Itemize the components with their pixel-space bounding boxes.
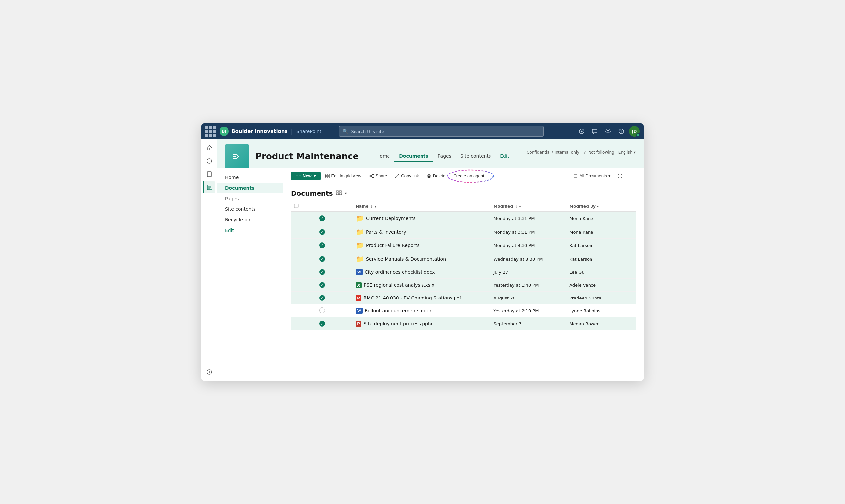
table-row[interactable]: ✓ P Site deployment process.pptx ··· Sep… bbox=[291, 317, 636, 330]
sidebar-page-icon[interactable] bbox=[203, 168, 215, 180]
sidebar-list-icon[interactable] bbox=[203, 181, 215, 193]
follow-button[interactable]: ☆ Not following bbox=[583, 150, 614, 155]
td-check[interactable]: ✓ bbox=[291, 252, 353, 266]
file-name[interactable]: PSE regional cost analysis.xslx bbox=[364, 282, 434, 288]
table-row[interactable]: ✓ 📁 Service Manuals & Documentation ··· … bbox=[291, 252, 636, 266]
row-checkbox-checked[interactable]: ✓ bbox=[319, 256, 325, 262]
td-modified-by: Adele Vance bbox=[567, 279, 636, 292]
user-avatar[interactable]: JD bbox=[629, 126, 640, 137]
table-row[interactable]: ✓ 📁 Current Deployments ··· Monday at 3:… bbox=[291, 212, 636, 225]
row-share-button[interactable] bbox=[435, 320, 442, 327]
td-check[interactable]: ✓ bbox=[291, 266, 353, 279]
table-row[interactable]: W Rollout announcements.docx ··· Yesterd… bbox=[291, 304, 636, 317]
row-share-button[interactable] bbox=[436, 281, 444, 289]
documents-heading: Documents ▾ bbox=[291, 189, 636, 197]
row-checkbox-checked[interactable]: ✓ bbox=[319, 295, 325, 301]
td-check[interactable]: ✓ bbox=[291, 239, 353, 252]
left-nav-edit[interactable]: Edit bbox=[217, 225, 283, 235]
row-more-button[interactable]: ··· bbox=[446, 269, 453, 276]
td-check[interactable]: ✓ bbox=[291, 292, 353, 304]
file-name[interactable]: City ordinances checklist.docx bbox=[365, 269, 435, 275]
row-checkbox-checked[interactable]: ✓ bbox=[319, 321, 325, 326]
td-check[interactable]: ✓ bbox=[291, 317, 353, 330]
sort-icon: ↓ bbox=[370, 204, 373, 209]
nav-home[interactable]: Home bbox=[372, 151, 394, 162]
more-options-button[interactable]: ··· bbox=[489, 172, 499, 180]
table-row[interactable]: ✓ X PSE regional cost analysis.xslx ··· … bbox=[291, 279, 636, 292]
row-more-button[interactable]: ··· bbox=[417, 228, 424, 235]
left-nav-pages[interactable]: Pages bbox=[217, 193, 283, 204]
delete-button[interactable]: Delete bbox=[423, 172, 449, 180]
row-share-button[interactable] bbox=[463, 294, 471, 302]
row-checkbox-checked[interactable]: ✓ bbox=[319, 269, 325, 275]
docs-chevron-icon[interactable]: ▾ bbox=[345, 191, 347, 196]
file-name[interactable]: Site deployment process.pptx bbox=[364, 321, 433, 326]
file-name[interactable]: Service Manuals & Documentation bbox=[366, 256, 446, 262]
row-more-button[interactable]: ··· bbox=[445, 281, 452, 289]
create-agent-button[interactable]: Create an agent bbox=[450, 172, 487, 180]
row-share-button[interactable] bbox=[434, 307, 441, 314]
row-share-button[interactable] bbox=[422, 242, 429, 249]
nav-documents[interactable]: Documents bbox=[394, 151, 433, 162]
all-documents-button[interactable]: All Documents ▾ bbox=[571, 172, 613, 180]
file-name[interactable]: Current Deployments bbox=[366, 216, 416, 221]
svg-rect-21 bbox=[336, 193, 339, 195]
settings-icon-btn[interactable] bbox=[603, 126, 613, 137]
table-row[interactable]: ✓ P RMC 21.40.030 - EV Charging Stations… bbox=[291, 292, 636, 304]
sidebar-globe-icon[interactable] bbox=[203, 155, 215, 167]
row-more-button[interactable]: ··· bbox=[457, 255, 463, 263]
view-toggle-icon[interactable] bbox=[336, 189, 342, 197]
row-checkbox-checked[interactable]: ✓ bbox=[319, 282, 325, 288]
row-checkbox-checked[interactable]: ✓ bbox=[319, 215, 325, 221]
apps-grid-button[interactable] bbox=[205, 126, 216, 137]
info-button[interactable]: i bbox=[615, 172, 624, 180]
row-share-button[interactable] bbox=[418, 215, 425, 222]
sidebar-add-icon[interactable] bbox=[203, 366, 215, 378]
th-name[interactable]: Name ↓ ▾ bbox=[353, 201, 491, 212]
nav-pages[interactable]: Pages bbox=[433, 151, 456, 162]
row-checkbox-checked[interactable]: ✓ bbox=[319, 229, 325, 235]
row-share-button[interactable] bbox=[437, 269, 444, 276]
row-more-button[interactable]: ··· bbox=[426, 215, 433, 222]
org-logo[interactable]: BI Boulder Innovations | SharePoint bbox=[219, 127, 321, 136]
th-modified[interactable]: Modified ↓ ▾ bbox=[491, 201, 567, 212]
table-row[interactable]: ✓ W City ordinances checklist.docx ··· J… bbox=[291, 266, 636, 279]
row-share-button[interactable] bbox=[408, 228, 416, 235]
sidebar-home-icon[interactable] bbox=[203, 142, 215, 154]
nav-site-contents[interactable]: Site contents bbox=[456, 151, 495, 162]
help-icon-btn[interactable]: ? bbox=[616, 126, 627, 137]
chat-icon-btn[interactable] bbox=[589, 126, 600, 137]
search-bar[interactable]: 🔍 Search this site bbox=[339, 126, 544, 137]
td-check[interactable] bbox=[291, 304, 353, 317]
nav-edit[interactable]: Edit bbox=[495, 151, 514, 162]
copy-link-button[interactable]: Copy link bbox=[391, 172, 422, 180]
left-nav-recycle-bin[interactable]: Recycle bin bbox=[217, 214, 283, 225]
row-more-button[interactable]: ··· bbox=[430, 242, 437, 249]
new-button[interactable]: + + New ▾ bbox=[291, 172, 320, 180]
row-checkbox-checked[interactable]: ✓ bbox=[319, 242, 325, 248]
td-check[interactable]: ✓ bbox=[291, 212, 353, 225]
th-modified-by[interactable]: Modified By ▾ bbox=[567, 201, 636, 212]
table-row[interactable]: ✓ 📁 Parts & Inventory ··· Monday at 3:31… bbox=[291, 225, 636, 239]
file-name[interactable]: Product Failure Reports bbox=[366, 243, 420, 248]
td-check[interactable]: ✓ bbox=[291, 225, 353, 239]
file-name[interactable]: RMC 21.40.030 - EV Charging Stations.pdf bbox=[364, 295, 461, 301]
left-nav-site-contents[interactable]: Site contents bbox=[217, 204, 283, 214]
table-row[interactable]: ✓ 📁 Product Failure Reports ··· Monday a… bbox=[291, 239, 636, 252]
row-more-button[interactable]: ··· bbox=[443, 320, 450, 327]
edit-grid-view-button[interactable]: Edit in grid view bbox=[322, 172, 365, 180]
td-check[interactable]: ✓ bbox=[291, 279, 353, 292]
row-share-button[interactable] bbox=[448, 255, 455, 263]
row-checkbox[interactable] bbox=[319, 307, 325, 313]
language-selector[interactable]: English ▾ bbox=[618, 150, 636, 155]
file-name[interactable]: Parts & Inventory bbox=[366, 229, 406, 235]
copilot-icon-btn[interactable]: ✦ bbox=[576, 126, 587, 137]
row-more-button[interactable]: ··· bbox=[472, 294, 479, 302]
expand-icon bbox=[629, 174, 634, 179]
left-nav-home[interactable]: Home bbox=[217, 172, 283, 183]
file-name[interactable]: Rollout announcements.docx bbox=[365, 308, 432, 313]
left-nav-documents[interactable]: Documents bbox=[217, 183, 283, 193]
expand-button[interactable] bbox=[627, 172, 636, 180]
row-more-button[interactable]: ··· bbox=[443, 307, 450, 314]
share-button[interactable]: Share bbox=[366, 172, 390, 180]
